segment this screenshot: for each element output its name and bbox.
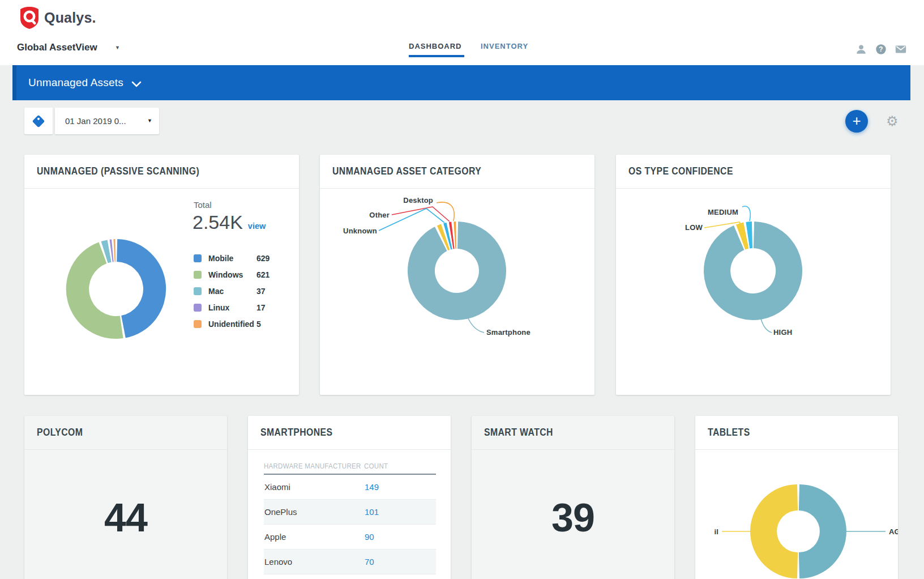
asset-category-donut-chart: DesktopOtherUnknownSmartphone <box>320 155 594 395</box>
donut-label: MEDIUM <box>708 208 738 216</box>
card-tablets: TABLETS ilAGS <box>695 416 898 579</box>
donut-slice-desktop[interactable] <box>454 222 456 249</box>
table-row: Xiaomi 149 <box>264 475 436 500</box>
column-header-manufacturer: HARDWARE MANUFACTURER <box>264 462 364 470</box>
legend-swatch <box>194 287 202 295</box>
chart-legend: Mobile 629 Windows 621 Mac 37 Linux 17 U… <box>194 250 279 332</box>
table-row: OnePlus 101 <box>264 500 436 525</box>
donut-label: HIGH <box>773 328 792 337</box>
donut-label: Smartphone <box>486 328 531 337</box>
smartphones-table: HARDWARE MANUFACTURER COUNT Xiaomi 149 O… <box>264 459 436 574</box>
count-link[interactable]: 70 <box>365 557 374 567</box>
count-link[interactable]: 90 <box>365 532 374 542</box>
plus-icon: + <box>852 113 861 128</box>
qualys-logo-icon <box>19 6 40 29</box>
legend-swatch <box>194 271 202 279</box>
header-icon-group: ? <box>855 43 907 56</box>
legend-item: Mobile 629 <box>194 250 279 266</box>
label-leader-line <box>704 222 742 228</box>
label-leader-line <box>761 319 772 333</box>
card-polycom: POLYCOM 44 <box>24 416 227 579</box>
donut-label: LOW <box>685 223 703 232</box>
help-icon[interactable]: ? <box>875 43 887 56</box>
card-os-confidence: OS TYPE CONFIDENCE MEDIUMLOWHIGH <box>616 155 891 395</box>
card-title: SMARTPHONES <box>260 427 332 438</box>
donut-label: Desktop <box>403 196 433 205</box>
gear-icon[interactable]: ⚙ <box>886 113 899 129</box>
donut-slice-il[interactable] <box>750 484 798 578</box>
qualys-dashboard-page: Qualys. Global AssetView ▼ DASHBOARD INV… <box>0 0 924 579</box>
tab-dashboard[interactable]: DASHBOARD <box>409 42 462 50</box>
total-label: Total <box>194 200 212 210</box>
module-caret-icon[interactable]: ▼ <box>115 45 120 50</box>
legend-swatch <box>194 254 202 262</box>
card-title: OS TYPE CONFIDENCE <box>628 165 733 177</box>
table-row: Apple 90 <box>264 525 436 550</box>
table-header-row: HARDWARE MANUFACTURER COUNT <box>264 459 436 475</box>
add-widget-button[interactable]: + <box>845 110 868 133</box>
legend-item: Mac 37 <box>194 283 279 299</box>
donut-slice-unidentified[interactable] <box>113 239 116 262</box>
module-switcher[interactable]: Global AssetView <box>17 42 97 53</box>
card-title: TABLETS <box>708 427 750 438</box>
donut-slice-mobile[interactable] <box>117 239 166 338</box>
card-title: UNMANAGED (PASSIVE SCANNING) <box>37 165 199 177</box>
date-filter-value: 01 Jan 2019 0... <box>65 116 126 126</box>
tag-filter-button[interactable] <box>24 108 53 134</box>
card-asset-category: UNMANAGED ASSET CATEGORY DesktopOtherUnk… <box>320 155 594 395</box>
date-filter-dropdown[interactable]: 01 Jan 2019 0... ▼ <box>55 108 159 134</box>
donut-slice-high[interactable] <box>704 222 802 320</box>
label-leader-line <box>742 206 750 221</box>
donut-label: Unknown <box>343 227 377 235</box>
user-icon[interactable] <box>855 43 867 56</box>
donut-label: il <box>714 527 718 536</box>
polycom-count-value[interactable]: 44 <box>24 495 227 540</box>
active-tab-underline <box>409 55 464 57</box>
view-link[interactable]: view <box>248 222 266 231</box>
label-leader-line <box>437 202 454 221</box>
brand-wordmark: Qualys. <box>44 10 96 26</box>
legend-swatch <box>194 304 202 312</box>
tag-icon <box>32 114 45 127</box>
card-title: SMART WATCH <box>484 427 553 438</box>
os-confidence-donut-chart: MEDIUMLOWHIGH <box>616 155 891 395</box>
smart-watch-count-value[interactable]: 39 <box>472 495 674 540</box>
total-value: 2.54K <box>192 211 243 233</box>
svg-text:?: ? <box>879 45 883 53</box>
mail-icon[interactable] <box>895 43 907 56</box>
dashboard-banner: Unmanaged Assets <box>12 65 910 100</box>
donut-label: Other <box>369 211 390 219</box>
column-header-count: COUNT <box>364 462 390 470</box>
card-title: POLYCOM <box>37 427 83 438</box>
tab-inventory[interactable]: INVENTORY <box>481 42 528 50</box>
top-header: Qualys. Global AssetView ▼ DASHBOARD INV… <box>0 0 924 65</box>
dashboard-selector[interactable]: Unmanaged Assets <box>28 76 123 89</box>
donut-slice-smartphone[interactable] <box>408 222 506 320</box>
donut-label: AGS <box>889 527 898 536</box>
card-unmanaged-passive: UNMANAGED (PASSIVE SCANNING) Total 2.54K… <box>24 155 299 395</box>
label-leader-line <box>468 318 484 333</box>
caret-down-icon: ▼ <box>147 118 152 124</box>
legend-item: Linux 17 <box>194 299 279 316</box>
label-leader-line <box>392 207 450 222</box>
chevron-down-icon[interactable] <box>131 81 142 87</box>
donut-slice-ags[interactable] <box>799 484 846 578</box>
legend-item: Windows 621 <box>194 266 279 283</box>
legend-item: Unidentified 5 <box>194 316 279 332</box>
table-row: Lenovo 70 <box>264 550 436 574</box>
count-link[interactable]: 101 <box>365 507 379 517</box>
card-title: UNMANAGED ASSET CATEGORY <box>332 165 481 177</box>
count-link[interactable]: 149 <box>365 482 379 492</box>
card-smart-watch: SMART WATCH 39 <box>472 416 674 579</box>
card-smartphones: SMARTPHONES HARDWARE MANUFACTURER COUNT … <box>248 416 451 579</box>
legend-swatch <box>194 320 202 328</box>
